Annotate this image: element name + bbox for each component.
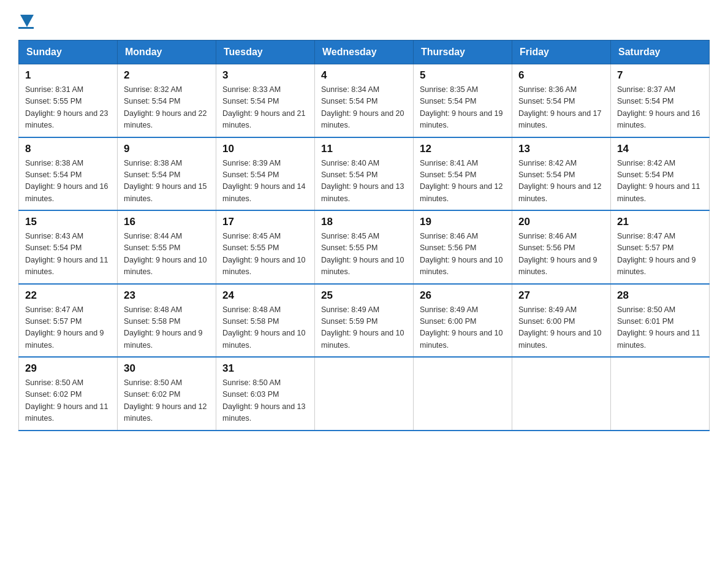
calendar-cell <box>315 357 414 431</box>
day-number: 11 <box>321 143 407 155</box>
day-number: 18 <box>321 216 407 228</box>
calendar-week-row: 22 Sunrise: 8:47 AMSunset: 5:57 PMDaylig… <box>19 284 710 358</box>
calendar-cell: 19 Sunrise: 8:46 AMSunset: 5:56 PMDaylig… <box>414 210 512 284</box>
svg-marker-0 <box>20 15 34 27</box>
day-info: Sunrise: 8:44 AMSunset: 5:55 PMDaylight:… <box>124 232 207 276</box>
day-number: 3 <box>222 69 308 82</box>
calendar-cell: 27 Sunrise: 8:49 AMSunset: 6:00 PMDaylig… <box>512 284 611 358</box>
day-info: Sunrise: 8:39 AMSunset: 5:54 PMDaylight:… <box>222 159 306 203</box>
calendar-cell: 11 Sunrise: 8:40 AMSunset: 5:54 PMDaylig… <box>315 137 414 211</box>
calendar-cell: 2 Sunrise: 8:32 AMSunset: 5:54 PMDayligh… <box>118 64 216 137</box>
calendar-cell: 25 Sunrise: 8:49 AMSunset: 5:59 PMDaylig… <box>315 284 414 358</box>
day-number: 9 <box>124 143 210 155</box>
calendar-cell: 14 Sunrise: 8:42 AMSunset: 5:54 PMDaylig… <box>611 137 710 211</box>
day-number: 2 <box>124 69 210 82</box>
day-info: Sunrise: 8:35 AMSunset: 5:54 PMDaylight:… <box>420 85 503 129</box>
day-number: 25 <box>321 289 407 302</box>
day-info: Sunrise: 8:42 AMSunset: 5:54 PMDaylight:… <box>518 159 602 203</box>
day-number: 16 <box>124 216 210 228</box>
day-info: Sunrise: 8:47 AMSunset: 5:57 PMDaylight:… <box>617 232 696 276</box>
day-info: Sunrise: 8:48 AMSunset: 5:58 PMDaylight:… <box>124 305 203 350</box>
day-info: Sunrise: 8:49 AMSunset: 6:00 PMDaylight:… <box>420 305 503 350</box>
calendar-cell: 30 Sunrise: 8:50 AMSunset: 6:02 PMDaylig… <box>118 357 216 431</box>
calendar-cell: 13 Sunrise: 8:42 AMSunset: 5:54 PMDaylig… <box>512 137 611 211</box>
day-number: 15 <box>25 216 111 228</box>
calendar-cell: 3 Sunrise: 8:33 AMSunset: 5:54 PMDayligh… <box>216 64 315 137</box>
weekday-header-friday: Friday <box>512 40 611 64</box>
day-number: 5 <box>420 69 506 82</box>
day-number: 22 <box>25 289 111 302</box>
calendar-table: SundayMondayTuesdayWednesdayThursdayFrid… <box>18 40 710 431</box>
day-info: Sunrise: 8:50 AMSunset: 6:01 PMDaylight:… <box>617 305 700 350</box>
calendar-cell: 16 Sunrise: 8:44 AMSunset: 5:55 PMDaylig… <box>118 210 216 284</box>
calendar-week-row: 29 Sunrise: 8:50 AMSunset: 6:02 PMDaylig… <box>19 357 710 431</box>
day-number: 1 <box>25 69 111 82</box>
day-info: Sunrise: 8:50 AMSunset: 6:02 PMDaylight:… <box>124 378 207 423</box>
day-info: Sunrise: 8:32 AMSunset: 5:54 PMDaylight:… <box>124 85 207 129</box>
calendar-week-row: 8 Sunrise: 8:38 AMSunset: 5:54 PMDayligh… <box>19 137 710 211</box>
day-info: Sunrise: 8:45 AMSunset: 5:55 PMDaylight:… <box>222 232 306 276</box>
calendar-week-row: 1 Sunrise: 8:31 AMSunset: 5:55 PMDayligh… <box>19 64 710 137</box>
calendar-cell: 1 Sunrise: 8:31 AMSunset: 5:55 PMDayligh… <box>19 64 118 137</box>
day-number: 27 <box>518 289 604 302</box>
calendar-cell: 9 Sunrise: 8:38 AMSunset: 5:54 PMDayligh… <box>118 137 216 211</box>
day-number: 23 <box>124 289 210 302</box>
day-info: Sunrise: 8:49 AMSunset: 6:00 PMDaylight:… <box>518 305 602 350</box>
weekday-header-thursday: Thursday <box>414 40 512 64</box>
day-number: 29 <box>25 362 111 375</box>
day-number: 19 <box>420 216 506 228</box>
calendar-cell: 18 Sunrise: 8:45 AMSunset: 5:55 PMDaylig… <box>315 210 414 284</box>
logo <box>18 12 34 29</box>
weekday-header-tuesday: Tuesday <box>216 40 315 64</box>
day-number: 4 <box>321 69 407 82</box>
weekday-header-sunday: Sunday <box>19 40 118 64</box>
day-info: Sunrise: 8:38 AMSunset: 5:54 PMDaylight:… <box>124 159 207 203</box>
calendar-cell: 22 Sunrise: 8:47 AMSunset: 5:57 PMDaylig… <box>19 284 118 358</box>
day-number: 14 <box>617 143 703 155</box>
day-info: Sunrise: 8:41 AMSunset: 5:54 PMDaylight:… <box>420 159 503 203</box>
day-number: 8 <box>25 143 111 155</box>
day-number: 26 <box>420 289 506 302</box>
logo-triangle-icon <box>20 15 34 27</box>
calendar-cell: 7 Sunrise: 8:37 AMSunset: 5:54 PMDayligh… <box>611 64 710 137</box>
calendar-cell: 17 Sunrise: 8:45 AMSunset: 5:55 PMDaylig… <box>216 210 315 284</box>
day-number: 28 <box>617 289 703 302</box>
day-number: 13 <box>518 143 604 155</box>
day-info: Sunrise: 8:46 AMSunset: 5:56 PMDaylight:… <box>518 232 597 276</box>
day-info: Sunrise: 8:43 AMSunset: 5:54 PMDaylight:… <box>25 232 108 276</box>
day-info: Sunrise: 8:34 AMSunset: 5:54 PMDaylight:… <box>321 85 404 129</box>
day-number: 21 <box>617 216 703 228</box>
day-info: Sunrise: 8:37 AMSunset: 5:54 PMDaylight:… <box>617 85 700 129</box>
day-info: Sunrise: 8:46 AMSunset: 5:56 PMDaylight:… <box>420 232 503 276</box>
calendar-cell: 8 Sunrise: 8:38 AMSunset: 5:54 PMDayligh… <box>19 137 118 211</box>
calendar-cell: 10 Sunrise: 8:39 AMSunset: 5:54 PMDaylig… <box>216 137 315 211</box>
day-info: Sunrise: 8:42 AMSunset: 5:54 PMDaylight:… <box>617 159 700 203</box>
calendar-cell: 12 Sunrise: 8:41 AMSunset: 5:54 PMDaylig… <box>414 137 512 211</box>
day-info: Sunrise: 8:31 AMSunset: 5:55 PMDaylight:… <box>25 85 108 129</box>
page-header <box>18 12 710 29</box>
day-info: Sunrise: 8:40 AMSunset: 5:54 PMDaylight:… <box>321 159 404 203</box>
day-info: Sunrise: 8:49 AMSunset: 5:59 PMDaylight:… <box>321 305 404 350</box>
calendar-header: SundayMondayTuesdayWednesdayThursdayFrid… <box>19 40 710 64</box>
calendar-cell <box>611 357 710 431</box>
calendar-cell: 29 Sunrise: 8:50 AMSunset: 6:02 PMDaylig… <box>19 357 118 431</box>
day-number: 7 <box>617 69 703 82</box>
weekday-header-monday: Monday <box>118 40 216 64</box>
calendar-cell: 4 Sunrise: 8:34 AMSunset: 5:54 PMDayligh… <box>315 64 414 137</box>
calendar-cell: 31 Sunrise: 8:50 AMSunset: 6:03 PMDaylig… <box>216 357 315 431</box>
day-number: 10 <box>222 143 308 155</box>
day-info: Sunrise: 8:38 AMSunset: 5:54 PMDaylight:… <box>25 159 108 203</box>
day-number: 30 <box>124 362 210 375</box>
calendar-body: 1 Sunrise: 8:31 AMSunset: 5:55 PMDayligh… <box>19 64 710 431</box>
day-number: 12 <box>420 143 506 155</box>
day-info: Sunrise: 8:50 AMSunset: 6:02 PMDaylight:… <box>25 378 108 423</box>
weekday-header-saturday: Saturday <box>611 40 710 64</box>
day-info: Sunrise: 8:50 AMSunset: 6:03 PMDaylight:… <box>222 378 306 423</box>
day-info: Sunrise: 8:45 AMSunset: 5:55 PMDaylight:… <box>321 232 404 276</box>
day-number: 24 <box>222 289 308 302</box>
calendar-cell: 28 Sunrise: 8:50 AMSunset: 6:01 PMDaylig… <box>611 284 710 358</box>
calendar-week-row: 15 Sunrise: 8:43 AMSunset: 5:54 PMDaylig… <box>19 210 710 284</box>
weekday-header-row: SundayMondayTuesdayWednesdayThursdayFrid… <box>19 40 710 64</box>
calendar-cell: 6 Sunrise: 8:36 AMSunset: 5:54 PMDayligh… <box>512 64 611 137</box>
day-number: 20 <box>518 216 604 228</box>
